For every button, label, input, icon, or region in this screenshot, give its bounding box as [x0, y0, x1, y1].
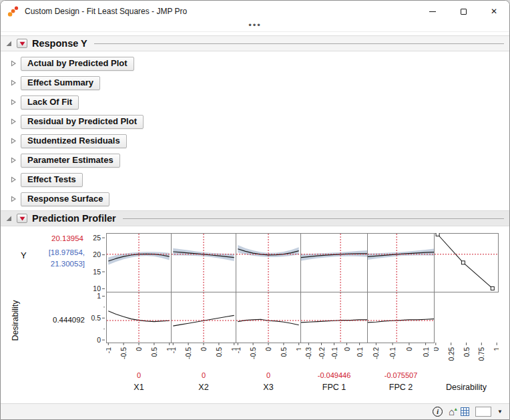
svg-text:0: 0 — [97, 336, 101, 343]
profiler-column-desirability: 00.250.50.751Desirability — [434, 233, 499, 392]
svg-text:0.1: 0.1 — [356, 347, 364, 357]
svg-text:0.5: 0.5 — [463, 347, 471, 357]
status-bar: i ⌂▲ ▼ — [1, 403, 509, 419]
section-header-button-residual-by-predicted-plot[interactable]: Residual by Predicted Plot — [21, 115, 144, 129]
red-triangle-icon — [19, 41, 25, 46]
display-option-box[interactable] — [475, 407, 491, 417]
red-triangle-menu-button[interactable] — [17, 39, 27, 48]
svg-text:0: 0 — [200, 347, 208, 351]
profiler-column-x1: -1-0.500.510X1 — [106, 233, 172, 392]
section-header-button-studentized-residuals[interactable]: Studentized Residuals — [21, 134, 127, 148]
svg-text:10: 10 — [93, 284, 101, 292]
window-controls: ✕ — [417, 1, 509, 22]
svg-text:0.1: 0.1 — [422, 347, 430, 357]
profiler-column-x2: -1-0.500.510X2 — [171, 233, 236, 392]
confidence-interval-high: 21.30053] — [31, 260, 85, 268]
factor-current-value[interactable] — [434, 371, 499, 381]
profiler-plot-x2[interactable]: -1-0.500.51 — [171, 233, 236, 369]
profiler-plot-x1[interactable]: -1-0.500.51 — [106, 233, 172, 369]
section-header-button-actual-by-predicted-plot[interactable]: Actual by Predicted Plot — [21, 57, 134, 71]
section-row-effect-summary: Effect Summary — [9, 75, 509, 90]
section-row-residual-by-predicted-plot: Residual by Predicted Plot — [9, 114, 509, 129]
desirability-value: 0.444092 — [30, 316, 85, 324]
maximize-button[interactable] — [448, 1, 479, 22]
svg-text:0: 0 — [135, 347, 143, 351]
profiler-plot-desirability[interactable]: 00.250.50.751 — [434, 233, 499, 369]
factor-current-value[interactable]: 0 — [236, 371, 301, 381]
section-header-button-effect-tests[interactable]: Effect Tests — [21, 173, 83, 187]
profiler-plot-fpc-2[interactable]: -0.2-0.100.1 — [367, 233, 435, 369]
svg-text:0: 0 — [434, 347, 440, 351]
section-row-studentized-residuals: Studentized Residuals — [9, 134, 509, 148]
section-header-button-response-surface[interactable]: Response Surface — [21, 192, 109, 206]
profiler-y-axis: 2520151010.50 — [85, 233, 105, 345]
svg-text:-1: -1 — [106, 347, 112, 353]
svg-text:-0.5: -0.5 — [119, 347, 127, 359]
section-title[interactable]: Response Y — [32, 38, 87, 49]
section-row-response-surface: Response Surface — [9, 192, 509, 206]
red-triangle-menu-button[interactable] — [17, 214, 27, 223]
svg-text:0.5: 0.5 — [215, 347, 223, 357]
disclosure-closed-icon[interactable] — [9, 79, 17, 86]
section-header-button-lack-of-fit[interactable]: Lack Of Fit — [21, 95, 79, 110]
factor-current-value[interactable]: -0.075507 — [367, 371, 435, 381]
svg-text:-0.5: -0.5 — [184, 347, 192, 359]
svg-text:-0.5: -0.5 — [249, 347, 257, 359]
maximize-icon — [461, 9, 467, 15]
info-icon[interactable]: i — [433, 407, 443, 417]
profiler-y-axis-svg: 2520151010.50 — [85, 233, 105, 343]
section-row-actual-by-predicted-plot: Actual by Predicted Plot — [9, 56, 509, 71]
grid-icon[interactable] — [461, 407, 469, 416]
factor-name: X2 — [171, 383, 236, 392]
svg-text:15: 15 — [93, 268, 101, 276]
svg-text:-0.2: -0.2 — [318, 347, 326, 359]
disclosure-open-icon[interactable] — [5, 40, 13, 47]
header-rule — [94, 43, 504, 44]
section-title[interactable]: Prediction Profiler — [32, 213, 116, 224]
svg-text:-1: -1 — [236, 347, 242, 353]
factor-current-value[interactable]: 0 — [171, 371, 236, 381]
jmp-window: Custom Design - Fit Least Squares - JMP … — [0, 0, 510, 420]
confidence-interval-low: [18.97854, — [31, 248, 85, 256]
disclosure-closed-icon[interactable] — [9, 118, 17, 125]
jmp-app-icon — [7, 5, 19, 17]
svg-text:25: 25 — [93, 234, 101, 242]
profiler-plot-fpc-1[interactable]: -0.3-0.2-0.100.1 — [300, 233, 368, 369]
dropdown-caret-icon[interactable]: ▼ — [497, 409, 503, 415]
section-header-button-parameter-estimates[interactable]: Parameter Estimates — [21, 154, 120, 168]
response-axis-label: Y — [21, 250, 27, 260]
profiler-plot-x3[interactable]: -1-0.500.51 — [236, 233, 301, 369]
home-window-icon[interactable]: ⌂▲ — [449, 407, 455, 417]
svg-text:0: 0 — [405, 347, 413, 351]
svg-text:0.5: 0.5 — [280, 347, 288, 357]
desirability-axis-label: Desirability — [11, 294, 20, 347]
svg-text:0: 0 — [264, 347, 272, 351]
svg-text:0.25: 0.25 — [447, 347, 455, 361]
factor-current-value[interactable]: -0.049446 — [300, 371, 368, 381]
svg-text:1: 1 — [493, 347, 499, 351]
up-arrow-icon: ▲ — [453, 404, 458, 414]
svg-text:-0.3: -0.3 — [304, 347, 312, 359]
disclosure-closed-icon[interactable] — [9, 60, 17, 67]
close-button[interactable]: ✕ — [479, 1, 509, 22]
factor-current-value[interactable]: 0 — [106, 371, 172, 381]
toolbar-collapse-dots[interactable]: ••• — [1, 22, 509, 32]
factor-name: FPC 2 — [367, 383, 435, 392]
minimize-button[interactable] — [417, 1, 448, 22]
disclosure-closed-icon[interactable] — [9, 157, 17, 164]
section-header-button-effect-summary[interactable]: Effect Summary — [21, 76, 100, 90]
factor-name: FPC 1 — [300, 383, 368, 392]
disclosure-closed-icon[interactable] — [9, 99, 17, 106]
disclosure-open-icon[interactable] — [5, 215, 13, 222]
predicted-value: 20.13954 — [27, 234, 83, 242]
factor-name: X1 — [106, 383, 172, 392]
svg-text:0.5: 0.5 — [91, 314, 101, 322]
profiler-column-x3: -1-0.500.510X3 — [236, 233, 301, 392]
section-row-parameter-estimates: Parameter Estimates — [9, 153, 509, 168]
close-icon: ✕ — [491, 7, 497, 16]
disclosure-closed-icon[interactable] — [9, 138, 17, 144]
svg-text:1: 1 — [97, 292, 101, 300]
disclosure-closed-icon[interactable] — [9, 176, 17, 183]
disclosure-closed-icon[interactable] — [9, 196, 17, 202]
report-content: Response Y Actual by Predicted PlotEffec… — [1, 32, 509, 403]
